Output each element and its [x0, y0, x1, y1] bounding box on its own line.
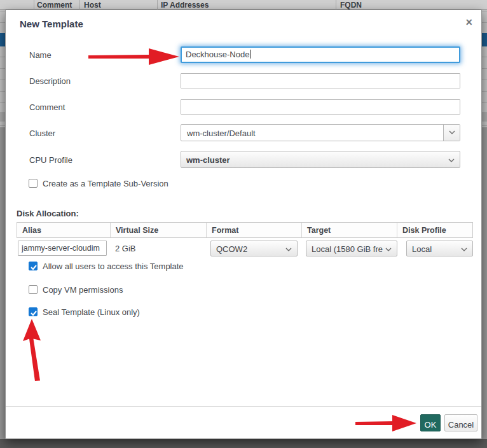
- description-input[interactable]: [181, 73, 460, 88]
- allow-all-users-checkbox[interactable]: [29, 262, 38, 270]
- disk-alias-input[interactable]: [18, 241, 107, 256]
- chevron-down-icon: [285, 248, 292, 252]
- annotation-arrow-seal: [22, 319, 45, 382]
- allow-all-users-label: Allow all users to access this Template: [43, 262, 184, 271]
- col-disk-profile: Disk Profile: [397, 223, 472, 237]
- disk-table-row: 2 GiB QCOW2 Local (1580 GiB fre Local: [17, 238, 473, 258]
- name-label: Name: [29, 50, 51, 60]
- copy-vm-permissions-label: Copy VM permissions: [43, 285, 123, 295]
- disk-virtual-size: 2 GiB: [115, 244, 136, 253]
- comment-label: Comment: [29, 102, 65, 112]
- column-separator: [336, 0, 336, 10]
- background-table-header: Comment Host IP Addresses FQDN: [0, 0, 487, 10]
- annotation-arrow-name: [88, 47, 181, 66]
- name-input-value: Deckhouse-Node: [186, 50, 249, 59]
- chevron-down-icon: [461, 248, 467, 252]
- disk-format-value: QCOW2: [216, 244, 247, 254]
- close-icon[interactable]: ×: [465, 15, 472, 29]
- cpu-profile-select-value: wm-cluster: [186, 155, 230, 165]
- disk-format-select[interactable]: QCOW2: [210, 241, 298, 256]
- col-alias: Alias: [17, 223, 111, 237]
- ok-button[interactable]: OK: [420, 414, 441, 431]
- disk-table-header: Alias Virtual Size Format Target Disk Pr…: [17, 222, 473, 238]
- column-header-ip-addresses: IP Addresses: [161, 1, 209, 10]
- name-input[interactable]: Deckhouse-Node: [181, 46, 460, 63]
- cluster-select[interactable]: wm-cluster/Default: [181, 124, 460, 141]
- copy-vm-permissions-checkbox[interactable]: [29, 285, 38, 294]
- sub-version-checkbox-label: Create as a Template Sub-Version: [43, 179, 168, 188]
- disk-allocation-table: Alias Virtual Size Format Target Disk Pr…: [17, 222, 473, 258]
- new-template-dialog: New Template × Name Deckhouse-Node Descr…: [5, 10, 482, 439]
- sub-version-checkbox[interactable]: [29, 179, 38, 188]
- cluster-label: Cluster: [29, 129, 55, 138]
- check-icon: [30, 263, 38, 271]
- check-icon: [30, 309, 38, 317]
- cancel-button[interactable]: Cancel: [444, 414, 477, 431]
- disk-profile-value: Local: [412, 244, 432, 254]
- text-caret: [250, 50, 250, 59]
- col-format: Format: [207, 223, 302, 237]
- description-label: Description: [29, 76, 71, 86]
- column-separator: [79, 0, 80, 10]
- column-header-comment: Comment: [37, 1, 72, 10]
- dialog-title: New Template: [20, 18, 83, 29]
- chevron-down-icon: [448, 158, 455, 163]
- chevron-down-icon: [443, 125, 460, 141]
- column-separator: [34, 0, 34, 10]
- seal-template-checkbox[interactable]: [29, 307, 38, 316]
- comment-input[interactable]: [181, 99, 460, 115]
- column-separator: [157, 0, 158, 10]
- cpu-profile-select[interactable]: wm-cluster: [181, 151, 460, 168]
- disk-profile-select[interactable]: Local: [406, 241, 473, 256]
- chevron-down-icon: [385, 248, 392, 252]
- column-header-fqdn: FQDN: [340, 1, 362, 10]
- annotation-arrow-ok: [355, 414, 418, 432]
- column-header-host: Host: [84, 1, 101, 10]
- col-target: Target: [302, 223, 397, 237]
- cluster-select-value: wm-cluster/Default: [187, 129, 256, 138]
- background-bottom-strip: [0, 439, 487, 448]
- disk-target-select[interactable]: Local (1580 GiB fre: [306, 241, 397, 256]
- cpu-profile-label: CPU Profile: [29, 155, 72, 165]
- disk-target-value: Local (1580 GiB fre: [312, 244, 383, 254]
- seal-template-label: Seal Template (Linux only): [43, 307, 140, 317]
- footer-divider: [6, 406, 481, 407]
- col-virtual-size: Virtual Size: [111, 223, 207, 237]
- disk-allocation-heading: Disk Allocation:: [17, 209, 79, 218]
